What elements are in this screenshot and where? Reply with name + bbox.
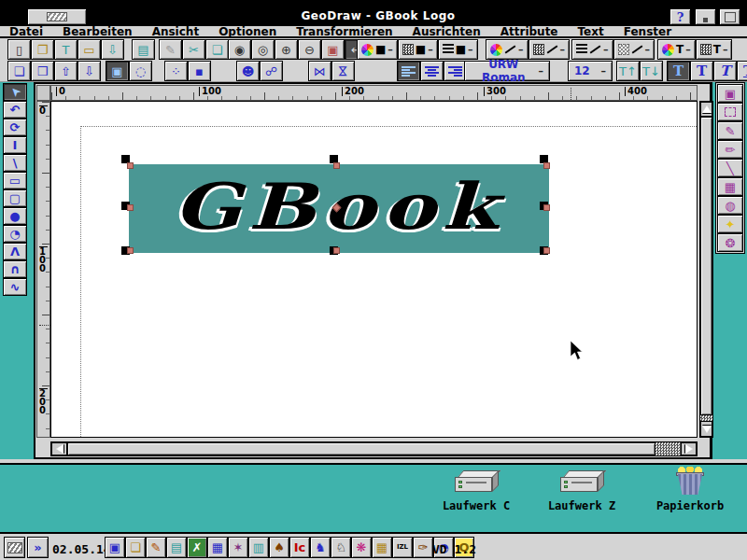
help-button[interactable]: ? xyxy=(669,8,691,25)
scroll-right-button[interactable] xyxy=(681,442,697,455)
app-elephant-button[interactable]: ♞ xyxy=(310,537,331,558)
bitmap-fill-tool-button[interactable]: ✦ xyxy=(717,215,743,233)
line-tool-button[interactable]: \ xyxy=(3,154,27,172)
object-handle[interactable] xyxy=(543,162,550,169)
new-document-button[interactable]: ▯ xyxy=(7,39,31,60)
window-menu-button[interactable] xyxy=(27,8,87,25)
menu-transformieren[interactable]: Transformieren xyxy=(296,26,392,36)
style-plain-button[interactable]: T xyxy=(667,61,690,81)
ungroup-objects-button[interactable]: ◌ xyxy=(129,61,152,81)
bitmap-zoom-tool-button[interactable]: ❂ xyxy=(717,233,743,252)
express-menu-button[interactable] xyxy=(4,537,25,558)
object-handle[interactable] xyxy=(543,247,550,254)
font-family-selector[interactable]: URW Roman – xyxy=(464,61,550,81)
paste-inside-button[interactable]: ⁘ xyxy=(164,61,188,81)
scroll-left-button[interactable] xyxy=(51,442,67,455)
app-dos-button[interactable]: ✗ xyxy=(187,537,207,558)
app-banner-button[interactable]: IZL xyxy=(392,537,413,558)
polyline-tool-button[interactable]: Λ xyxy=(3,243,27,260)
vertical-scroll-thumb[interactable] xyxy=(700,117,712,415)
app-viewer-button[interactable]: ▥ xyxy=(248,537,269,558)
zoom-tool-button[interactable]: ⟳ xyxy=(3,119,27,136)
import-text-button[interactable]: T xyxy=(54,39,78,60)
app-printer-button[interactable]: ▤ xyxy=(166,537,187,558)
pie-tool-button[interactable]: ◔ xyxy=(3,225,27,243)
line-pattern-button[interactable]: – xyxy=(529,39,571,60)
line-dash-style-button[interactable]: – xyxy=(613,39,655,60)
spline-tool-button[interactable]: ∿ xyxy=(3,278,27,296)
desktop-icon-papierkorb[interactable]: Papierkorb xyxy=(639,467,741,512)
cut-button[interactable]: ✂ xyxy=(182,39,205,60)
duplicate-offset-button[interactable]: ❒ xyxy=(31,61,54,81)
menu-optionen[interactable]: Optionen xyxy=(218,26,276,36)
app-game-button[interactable]: ♠ xyxy=(269,537,289,558)
view-full-size-button[interactable]: ◉ xyxy=(228,39,251,60)
bitmap-rect-tool-button[interactable]: ▦ xyxy=(717,177,743,196)
display-options-button[interactable]: ▣ xyxy=(321,39,345,60)
bitmap-eraser-tool-button[interactable]: ✏ xyxy=(717,140,743,159)
duplicate-button[interactable]: ❏ xyxy=(7,61,31,81)
minimize-button[interactable] xyxy=(695,8,716,25)
object-handle[interactable] xyxy=(333,247,340,254)
app-organizer-button[interactable]: ▦ xyxy=(207,537,228,558)
font-size-selector[interactable]: 12 – xyxy=(568,61,613,81)
menu-attribute[interactable]: Attribute xyxy=(500,26,558,36)
pointer-tool-button[interactable]: ➤ xyxy=(3,83,27,101)
group-objects-button[interactable]: ▣ xyxy=(106,61,129,81)
line-width-button[interactable]: – xyxy=(571,39,613,60)
desktop-icon-laufwerk-c[interactable]: Laufwerk C xyxy=(425,470,528,512)
drawing-canvas[interactable]: GBook xyxy=(50,101,698,438)
app-planner-button[interactable]: ▦ xyxy=(372,537,392,558)
menu-text[interactable]: Text xyxy=(578,26,604,36)
object-handle[interactable] xyxy=(543,204,550,211)
style-bold-button[interactable]: T xyxy=(690,61,713,81)
bitmap-ellipse-tool-button[interactable]: ◍ xyxy=(717,196,743,215)
app-chess-button[interactable]: ♘ xyxy=(331,537,351,558)
menu-ansicht[interactable]: Ansicht xyxy=(152,26,200,36)
align-center-button[interactable] xyxy=(420,61,444,81)
object-handle[interactable] xyxy=(127,247,134,254)
open-folder-button[interactable]: ▭ xyxy=(78,39,101,60)
open-document-button[interactable]: ❐ xyxy=(31,39,54,60)
horizontal-scrollbar[interactable] xyxy=(50,441,698,456)
task-switch-button[interactable]: » xyxy=(27,537,49,558)
bitmap-frame-tool-button[interactable]: ▣ xyxy=(717,84,743,103)
menu-ausrichten[interactable]: Ausrichten xyxy=(413,26,481,36)
area-style-button[interactable]: ■– xyxy=(438,39,478,60)
zoom-in-button[interactable]: ⊕ xyxy=(275,39,298,60)
view-page-button[interactable]: ◎ xyxy=(251,39,275,60)
line-color-button[interactable]: – xyxy=(486,39,529,60)
menu-datei[interactable]: Datei xyxy=(9,26,43,36)
rectangle-tool-button[interactable]: ▭ xyxy=(3,172,27,189)
object-handle[interactable] xyxy=(127,162,134,169)
menu-bearbeiten[interactable]: Bearbeiten xyxy=(63,26,133,36)
rounded-rectangle-tool-button[interactable]: ▢ xyxy=(3,189,27,207)
bring-to-front-button[interactable]: ⇧ xyxy=(54,61,78,81)
app-scanner-button[interactable]: ✶ xyxy=(228,537,248,558)
text-color-button[interactable]: T– xyxy=(657,39,696,60)
app-brush-button[interactable]: ✑ xyxy=(413,537,433,558)
app-files-button[interactable]: ❏ xyxy=(125,537,146,558)
copy-button[interactable]: ❏ xyxy=(205,39,229,60)
scroll-down-button[interactable] xyxy=(700,421,712,437)
subscript-button[interactable]: T↓ xyxy=(640,61,663,81)
object-handle[interactable] xyxy=(333,162,340,169)
save-document-button[interactable]: ⇩ xyxy=(101,39,124,60)
arc-tool-button[interactable]: ∩ xyxy=(3,260,27,278)
scroll-up-button[interactable] xyxy=(700,102,712,117)
app-screen-button[interactable]: ▣ xyxy=(105,537,125,558)
app-icon-editor-button[interactable]: Ic xyxy=(289,537,310,558)
object-handle[interactable] xyxy=(127,204,134,211)
horizontal-scroll-thumb[interactable] xyxy=(67,442,655,455)
color-faces-button[interactable]: ☻ xyxy=(236,61,260,81)
style-italic-button[interactable]: T xyxy=(713,61,737,81)
area-pattern-button[interactable]: ■– xyxy=(398,39,438,60)
desktop-icon-laufwerk-z[interactable]: Laufwerk Z xyxy=(530,470,633,512)
text-tool-button[interactable]: I xyxy=(3,136,27,154)
flip-vertical-button[interactable]: ⋈ xyxy=(331,61,355,81)
undo-button[interactable]: ✎ xyxy=(159,39,182,60)
pair-objects-button[interactable]: ☍ xyxy=(260,61,283,81)
rotate-tool-button[interactable]: ↶ xyxy=(3,101,27,119)
menu-fenster[interactable]: Fenster xyxy=(624,26,671,36)
text-pattern-button[interactable]: T– xyxy=(696,39,733,60)
